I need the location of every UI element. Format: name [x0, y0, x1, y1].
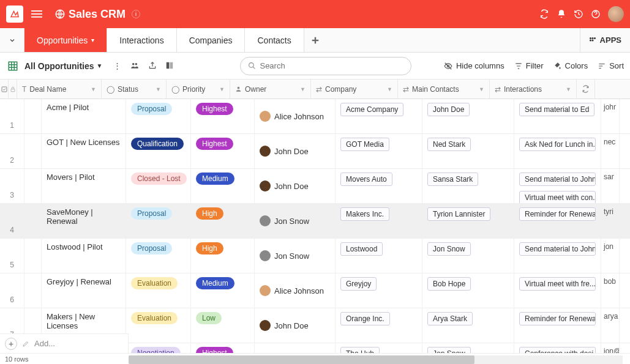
interaction-chip[interactable]: Ask Ned for Lunch in...	[519, 138, 596, 151]
grid-view-icon[interactable]	[6, 59, 20, 73]
cell-interactions[interactable]: Virtual meet with fre...	[514, 273, 601, 308]
interaction-chip[interactable]: Virtual meet with fre...	[519, 277, 596, 291]
interaction-chip[interactable]: Reminder for Renewal	[519, 207, 596, 221]
table-row[interactable]: 2GOT | New LicensesQualificationHighestJ…	[0, 134, 630, 169]
column-priority[interactable]: ◯Priority▼	[167, 80, 230, 98]
cell-company[interactable]: The Hub	[336, 343, 422, 353]
cell-interactions[interactable]: Reminder for Renewal	[514, 204, 601, 238]
cell-priority[interactable]: Highest	[191, 134, 255, 168]
cell-interactions[interactable]: Reminder for Renewal	[514, 308, 601, 343]
column-deal-name[interactable]: TDeal Name▼	[17, 80, 102, 98]
cell-status[interactable]: Closed - Lost	[126, 169, 191, 203]
company-chip[interactable]: Greyjoy	[340, 277, 377, 291]
search-input[interactable]	[260, 61, 403, 70]
column-lock[interactable]	[9, 80, 17, 98]
cell-owner[interactable]: Jon Snow	[255, 204, 336, 238]
cell-contacts[interactable]: Arya Stark	[422, 308, 514, 343]
cell-status[interactable]: Qualification	[126, 134, 191, 168]
contact-chip[interactable]: Ned Stark	[427, 138, 471, 151]
cell-deal-name[interactable]: Acme | Pilot	[42, 99, 126, 133]
cell-deal-name[interactable]: Movers | Pilot	[42, 169, 126, 203]
help-icon[interactable]	[587, 6, 604, 23]
column-status[interactable]: ◯Status▼	[102, 80, 167, 98]
search-input-wrap[interactable]	[240, 57, 411, 75]
company-chip[interactable]: Lostwood	[340, 242, 383, 256]
add-row-button[interactable]: +	[5, 338, 17, 350]
info-icon[interactable]: i	[132, 10, 140, 18]
column-main-contacts[interactable]: ⇄Main Contacts▼	[398, 80, 490, 98]
add-tab-button[interactable]	[304, 28, 326, 52]
cell-interactions[interactable]: Send material to John	[514, 239, 601, 273]
interaction-chip[interactable]: Conference with desi...	[519, 347, 596, 353]
company-chip[interactable]: Orange Inc.	[340, 312, 390, 325]
contact-chip[interactable]: Jon Snow	[427, 242, 471, 256]
cell-owner[interactable]: Alice Johnson	[255, 99, 336, 133]
cell-status[interactable]: Evaluation	[126, 308, 191, 343]
app-logo[interactable]	[6, 6, 23, 23]
cell-owner[interactable]: John Doe	[255, 134, 336, 168]
tab-interactions[interactable]: Interactions	[107, 28, 176, 52]
tabs-expand-icon[interactable]	[0, 28, 24, 52]
cell-deal-name[interactable]: Lostwood | Pilot	[42, 239, 126, 273]
filter-button[interactable]: Filter	[514, 61, 544, 70]
company-chip[interactable]: The Hub	[340, 347, 380, 353]
sync-icon[interactable]	[536, 6, 553, 23]
tab-companies[interactable]: Companies	[177, 28, 246, 52]
contact-chip[interactable]: John Doe	[427, 103, 470, 116]
interaction-chip[interactable]: Virtual meet with con...	[519, 191, 596, 203]
table-row[interactable]: 6Greyjoy | RenewalEvaluationMediumAlice …	[0, 273, 630, 308]
add-row-text[interactable]: Add...	[34, 339, 55, 348]
cell-interactions[interactable]: Conference with desi...	[514, 343, 601, 353]
cell-status[interactable]: Evaluation	[126, 273, 191, 308]
interaction-chip[interactable]: Send material to John	[519, 173, 596, 186]
layout-icon[interactable]	[165, 61, 174, 70]
cell-contacts[interactable]: Bob Hope	[422, 273, 514, 308]
menu-icon[interactable]	[28, 6, 45, 23]
colors-button[interactable]: Colors	[553, 61, 588, 70]
cell-company[interactable]: Makers Inc.	[336, 204, 422, 238]
cell-priority[interactable]: High	[191, 204, 255, 238]
interaction-chip[interactable]: Send material to Ed	[519, 103, 594, 116]
company-chip[interactable]: GOT Media	[340, 138, 389, 151]
horizontal-scrollbar[interactable]	[129, 355, 623, 364]
cell-owner[interactable]: John Doe	[255, 308, 336, 343]
cell-interactions[interactable]: Send material to JohnVirtual meet with c…	[514, 169, 601, 203]
cell-company[interactable]: Acme Company	[336, 99, 422, 133]
cell-contacts[interactable]: Sansa Stark	[422, 169, 514, 203]
column-checkbox[interactable]	[0, 80, 9, 98]
cell-contacts[interactable]: Ned Stark	[422, 134, 514, 168]
column-interactions[interactable]: ⇄Interactions▼	[490, 80, 577, 98]
column-company[interactable]: ⇄Company▼	[311, 80, 398, 98]
globe-icon[interactable]	[51, 6, 69, 23]
cell-company[interactable]: Greyjoy	[336, 273, 422, 308]
table-row[interactable]: 3Movers | PilotClosed - LostMediumJohn D…	[0, 169, 630, 204]
cell-priority[interactable]: Medium	[191, 169, 255, 203]
contact-chip[interactable]: Jon Snow	[427, 347, 471, 353]
table-row[interactable]: 5Lostwood | PilotProposalHighJon SnowLos…	[0, 239, 630, 273]
table-row[interactable]: 4SaveMoney | RenewalProposalHighJon Snow…	[0, 204, 630, 239]
column-refresh-icon[interactable]	[577, 80, 595, 98]
more-icon[interactable]: ⋮	[113, 61, 121, 70]
contact-chip[interactable]: Sansa Stark	[427, 173, 478, 186]
cell-priority[interactable]: Medium	[191, 273, 255, 308]
company-chip[interactable]: Makers Inc.	[340, 207, 389, 221]
scrollbar-thumb[interactable]	[129, 355, 474, 364]
view-selector[interactable]: All Opportunities ▼	[24, 61, 102, 71]
cell-company[interactable]: GOT Media	[336, 134, 422, 168]
cell-priority[interactable]: High	[191, 239, 255, 273]
tab-contacts[interactable]: Contacts	[245, 28, 304, 52]
cell-owner[interactable]: Jon Snow	[255, 343, 336, 353]
people-icon[interactable]	[130, 61, 140, 70]
cell-interactions[interactable]: Send material to Ed	[514, 99, 601, 133]
table-row[interactable]: 1Acme | PilotProposalHighestAlice Johnso…	[0, 99, 630, 134]
bell-icon[interactable]	[553, 6, 570, 23]
cell-owner[interactable]: John Doe	[255, 169, 336, 203]
cell-company[interactable]: Movers Auto	[336, 169, 422, 203]
cell-contacts[interactable]: John Doe	[422, 99, 514, 133]
cell-priority[interactable]: Highest	[191, 343, 255, 353]
interaction-chip[interactable]: Reminder for Renewal	[519, 312, 596, 325]
company-chip[interactable]: Acme Company	[340, 103, 403, 116]
cell-interactions[interactable]: Ask Ned for Lunch in...	[514, 134, 601, 168]
contact-chip[interactable]: Tyrion Lannister	[427, 207, 490, 221]
cell-priority[interactable]: Low	[191, 308, 255, 343]
